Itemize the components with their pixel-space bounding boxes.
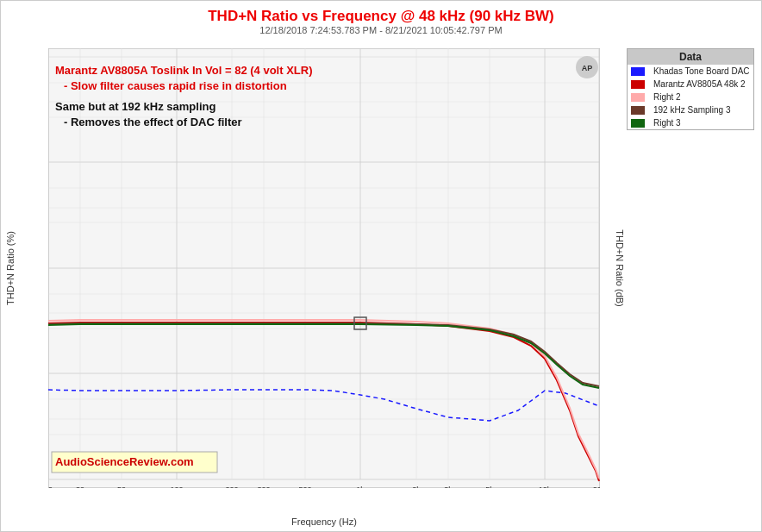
svg-text:2k: 2k <box>412 485 421 488</box>
legend-label-marantz48k: Marantz AV8805A 48k 2 <box>653 79 746 89</box>
legend-color-right2 <box>631 93 650 102</box>
svg-text:3k: 3k <box>444 485 453 488</box>
svg-text:20k: 20k <box>593 485 600 488</box>
svg-text:1k: 1k <box>356 485 365 488</box>
chart-svg: 1 0.5 0.3 0.2 0.1 0.05 0.03 0.02 0.01 0.… <box>48 48 600 488</box>
svg-text:30: 30 <box>76 485 84 488</box>
legend-color-khadas <box>631 67 650 76</box>
ap-logo-text: AP <box>582 64 593 72</box>
legend-item-right3: Right 3 <box>628 116 753 129</box>
x-axis-label: Frequency (Hz) <box>48 516 600 527</box>
legend-item-marantz48k: Marantz AV8805A 48k 2 <box>628 78 753 91</box>
annotation-line3: Same but at 192 kHz sampling <box>55 100 215 113</box>
chart-container: THD+N Ratio vs Frequency @ 48 kHz (90 kH… <box>0 0 762 532</box>
annotation-line2: - Slow filter causes rapid rise in disto… <box>64 79 287 92</box>
svg-text:50: 50 <box>117 485 126 488</box>
legend-title: Data <box>628 49 753 65</box>
legend-color-192k <box>631 106 650 115</box>
svg-text:300: 300 <box>257 485 270 488</box>
legend-label-right2: Right 2 <box>653 92 681 102</box>
svg-text:200: 200 <box>225 485 238 488</box>
watermark-text: AudioScienceReview.com <box>55 455 194 468</box>
svg-text:500: 500 <box>298 485 311 488</box>
legend-item-right2: Right 2 <box>628 91 753 103</box>
svg-text:100: 100 <box>170 485 183 488</box>
legend-label-192k: 192 kHz Sampling 3 <box>653 105 731 115</box>
y-axis-left-label: THD+N Ratio (%) <box>3 48 18 488</box>
subtitle: 12/18/2018 7:24:53.783 PM - 8/21/2021 10… <box>1 25 761 35</box>
title-area: THD+N Ratio vs Frequency @ 48 kHz (90 kH… <box>1 1 761 35</box>
legend-label-khadas: Khadas Tone Board DAC <box>653 66 750 76</box>
legend-color-right3 <box>631 119 650 128</box>
chart-plot-area: 1 0.5 0.3 0.2 0.1 0.05 0.03 0.02 0.01 0.… <box>48 48 600 488</box>
annotation-line1: Marantz AV8805A Toslink In Vol = 82 (4 v… <box>55 64 312 77</box>
svg-text:5k: 5k <box>485 485 494 488</box>
y-axis-right-label: THD+N Ratio (dB) <box>612 48 628 488</box>
legend-color-marantz48k <box>631 80 650 89</box>
legend: Data Khadas Tone Board DAC Marantz AV880… <box>627 48 754 130</box>
legend-item-192k: 192 kHz Sampling 3 <box>628 103 753 116</box>
legend-item-khadas: Khadas Tone Board DAC <box>628 65 753 78</box>
legend-label-right3: Right 3 <box>653 118 681 128</box>
svg-text:10k: 10k <box>539 485 552 488</box>
main-title: THD+N Ratio vs Frequency @ 48 kHz (90 kH… <box>1 8 761 25</box>
svg-text:20: 20 <box>48 485 53 488</box>
annotation-line4: - Removes the effect of DAC filter <box>64 116 242 128</box>
